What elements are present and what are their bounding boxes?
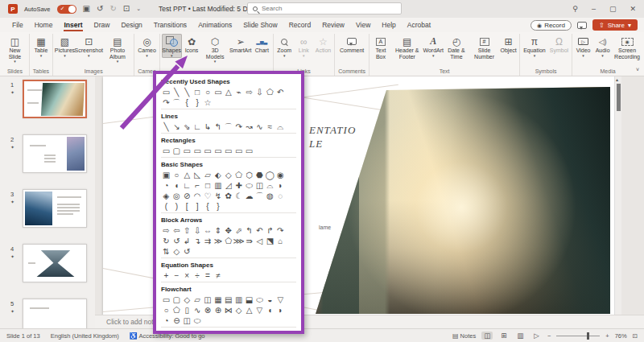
shape-glyph[interactable]: ⌓ bbox=[265, 180, 275, 191]
tab-animations[interactable]: Animations bbox=[192, 19, 237, 31]
shape-glyph[interactable]: ◯ bbox=[265, 170, 275, 180]
scrollbar-thumb[interactable] bbox=[617, 84, 621, 111]
new-slide-button[interactable]: ◫ New Slide ▾ bbox=[2, 34, 27, 64]
redo-icon[interactable]: ↻ bbox=[109, 5, 116, 13]
shape-glyph[interactable]: ↳ bbox=[203, 122, 213, 132]
tab-design[interactable]: Design bbox=[115, 19, 147, 31]
zoom-level[interactable]: 76% bbox=[615, 332, 627, 340]
zoom-slider-thumb[interactable] bbox=[587, 332, 589, 340]
shape-glyph[interactable]: ⬔ bbox=[265, 236, 275, 246]
shape-glyph[interactable]: ◺ bbox=[192, 170, 203, 180]
slide-thumbnail-3[interactable] bbox=[23, 189, 87, 228]
video-button[interactable]: ▷ Video ▾ bbox=[574, 34, 592, 58]
slide-title-fragment[interactable]: ENTATIO LE bbox=[309, 123, 356, 150]
minimize-icon[interactable]: – bbox=[592, 5, 596, 13]
shape-glyph[interactable]: [ bbox=[182, 201, 192, 212]
shape-glyph[interactable]: ↶ bbox=[254, 225, 265, 236]
shape-glyph[interactable]: ↶ bbox=[275, 87, 286, 97]
shape-glyph[interactable]: ⌐ bbox=[192, 180, 203, 191]
close-icon[interactable]: ✕ bbox=[630, 5, 636, 13]
slide-thumbnail-1[interactable] bbox=[23, 80, 87, 118]
shape-glyph[interactable]: × bbox=[182, 270, 192, 281]
shape-glyph[interactable]: ⇉ bbox=[203, 236, 213, 246]
object-button[interactable]: ⊞ Object bbox=[499, 34, 518, 54]
save-icon[interactable]: ▣ bbox=[83, 5, 90, 13]
shapes-button[interactable]: Shapes ▾ bbox=[162, 34, 182, 58]
shape-glyph[interactable]: ⬠ bbox=[171, 305, 182, 315]
table-button[interactable]: ▦ Table ▾ bbox=[31, 34, 50, 58]
shape-glyph[interactable]: ▯ bbox=[182, 305, 192, 315]
shape-glyph[interactable]: □ bbox=[192, 87, 203, 97]
shape-glyph[interactable]: ▭ bbox=[213, 87, 223, 97]
normal-view-button[interactable]: ◫ bbox=[481, 332, 493, 340]
shape-glyph[interactable]: ◇ bbox=[223, 170, 233, 180]
shape-glyph[interactable]: □ bbox=[203, 180, 213, 191]
shape-glyph[interactable]: ↺ bbox=[182, 246, 192, 257]
shape-glyph[interactable]: ⬡ bbox=[244, 170, 254, 180]
shape-glyph[interactable]: ⬭ bbox=[244, 180, 254, 191]
shape-glyph[interactable]: △ bbox=[223, 87, 233, 97]
photo-album-button[interactable]: ▤ Photo Album ▾ bbox=[103, 34, 132, 64]
slide-sorter-view-button[interactable]: ⊞ bbox=[498, 332, 509, 340]
shape-glyph[interactable]: ▦ bbox=[213, 295, 223, 305]
shape-glyph[interactable]: ⌒ bbox=[223, 122, 233, 132]
shape-glyph[interactable]: ╲ bbox=[182, 87, 192, 97]
shape-glyph[interactable]: ⊘ bbox=[182, 191, 192, 201]
slide-number-button[interactable]: # Slide Number bbox=[470, 34, 498, 60]
shape-glyph[interactable]: ⌂ bbox=[275, 236, 286, 246]
shape-glyph[interactable]: ◔ bbox=[161, 315, 171, 326]
shape-glyph[interactable]: ▣ bbox=[161, 170, 171, 180]
chart-button[interactable]: ▂▅▃ Chart bbox=[253, 34, 271, 54]
shape-glyph[interactable]: ▭ bbox=[161, 146, 171, 156]
cameo-button[interactable]: ◎ Cameo ▾ bbox=[136, 34, 158, 58]
shape-glyph[interactable]: ▥ bbox=[233, 295, 244, 305]
equation-button[interactable]: π Equation ▾ bbox=[522, 34, 547, 58]
shape-glyph[interactable]: ÷ bbox=[192, 270, 203, 281]
shape-glyph[interactable]: ( bbox=[161, 201, 171, 212]
shape-glyph[interactable]: ▥ bbox=[213, 180, 223, 191]
shape-glyph[interactable]: ▽ bbox=[275, 295, 286, 305]
vertical-scrollbar[interactable]: ▴ bbox=[614, 76, 621, 315]
shape-glyph[interactable]: ✚ bbox=[233, 180, 244, 191]
shape-glyph[interactable]: ⇧ bbox=[182, 225, 192, 236]
shape-glyph[interactable]: ▭ bbox=[192, 146, 203, 156]
shape-glyph[interactable]: ∿ bbox=[254, 122, 265, 132]
shape-glyph[interactable]: ∟ bbox=[182, 180, 192, 191]
shape-glyph[interactable]: ⇨ bbox=[244, 87, 254, 97]
shape-glyph[interactable]: ↲ bbox=[182, 236, 192, 246]
shape-glyph[interactable]: ▱ bbox=[203, 170, 213, 180]
shape-glyph[interactable]: ◠ bbox=[192, 191, 203, 201]
presence-pin-icon[interactable]: ⚲ bbox=[572, 5, 578, 13]
shape-glyph[interactable]: ≠ bbox=[213, 270, 223, 281]
shape-glyph[interactable]: ⇔ bbox=[203, 225, 213, 236]
undo-icon[interactable]: ↺ bbox=[97, 5, 103, 13]
zoom-slider[interactable] bbox=[556, 336, 600, 336]
shape-glyph[interactable]: ⌒ bbox=[171, 97, 182, 108]
shape-glyph[interactable]: ↰ bbox=[213, 122, 223, 132]
zoom-button[interactable]: Zoom ▾ bbox=[275, 34, 294, 58]
shape-glyph[interactable]: ⌁ bbox=[233, 87, 244, 97]
3d-models-button[interactable]: ⬡ 3D Models ▾ bbox=[202, 34, 229, 64]
shape-glyph[interactable]: ◌ bbox=[275, 191, 286, 201]
shape-glyph[interactable]: ⬖ bbox=[213, 170, 223, 180]
text-box-button[interactable]: A Text Box bbox=[371, 34, 390, 60]
shape-glyph[interactable]: ▭ bbox=[161, 87, 171, 97]
shape-glyph[interactable]: ◍ bbox=[265, 191, 275, 201]
shape-glyph[interactable]: ) bbox=[171, 201, 182, 212]
tab-home[interactable]: Home bbox=[29, 19, 59, 31]
shape-glyph[interactable]: ◖ bbox=[265, 305, 275, 315]
shape-glyph[interactable]: ◁ bbox=[254, 236, 265, 246]
shape-glyph[interactable]: ↯ bbox=[213, 191, 223, 201]
shape-glyph[interactable]: { bbox=[182, 97, 192, 108]
tab-insert[interactable]: Insert bbox=[58, 19, 88, 31]
date-time-button[interactable]: ◴ Date & Time bbox=[444, 34, 469, 60]
shape-glyph[interactable]: ⊗ bbox=[203, 305, 213, 315]
shape-glyph[interactable]: ↝ bbox=[244, 122, 254, 132]
shape-glyph[interactable]: ↱ bbox=[265, 225, 275, 236]
tab-slide-show[interactable]: Slide Show bbox=[237, 19, 283, 31]
shape-glyph[interactable]: ◫ bbox=[182, 315, 192, 326]
scroll-up-icon[interactable]: ▴ bbox=[616, 76, 618, 82]
shape-glyph[interactable]: ∟ bbox=[192, 122, 203, 132]
tab-view[interactable]: View bbox=[350, 19, 376, 31]
shape-glyph[interactable]: ▭ bbox=[182, 146, 192, 156]
